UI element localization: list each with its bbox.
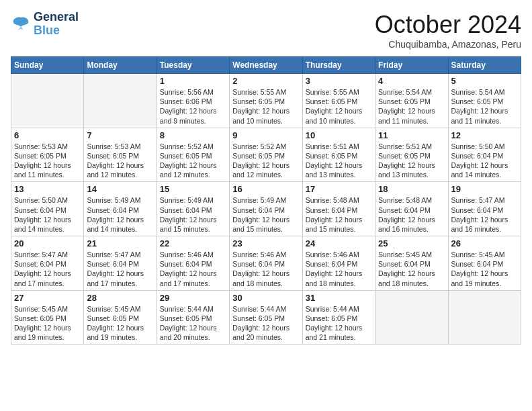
day-number: 27 — [14, 293, 81, 303]
day-cell: 9Sunrise: 5:52 AM Sunset: 6:05 PM Daylig… — [230, 128, 302, 182]
week-row-0: 1Sunrise: 5:56 AM Sunset: 6:06 PM Daylig… — [11, 74, 521, 128]
day-number: 12 — [451, 130, 518, 140]
header-saturday: Saturday — [448, 57, 521, 74]
week-row-4: 27Sunrise: 5:45 AM Sunset: 6:05 PM Dayli… — [11, 290, 521, 345]
day-number: 15 — [160, 184, 226, 194]
day-cell: 5Sunrise: 5:54 AM Sunset: 6:05 PM Daylig… — [448, 74, 521, 128]
day-cell: 20Sunrise: 5:47 AM Sunset: 6:04 PM Dayli… — [11, 236, 84, 291]
day-info: Sunrise: 5:47 AM Sunset: 6:04 PM Dayligh… — [14, 250, 81, 288]
day-info: Sunrise: 5:45 AM Sunset: 6:05 PM Dayligh… — [14, 304, 81, 342]
calendar-header-row: SundayMondayTuesdayWednesdayThursdayFrid… — [11, 57, 521, 74]
day-number: 1 — [160, 76, 226, 86]
day-number: 11 — [378, 130, 445, 140]
day-info: Sunrise: 5:49 AM Sunset: 6:04 PM Dayligh… — [160, 195, 226, 234]
day-info: Sunrise: 5:50 AM Sunset: 6:04 PM Dayligh… — [14, 195, 81, 234]
day-cell — [84, 74, 157, 128]
day-number: 2 — [232, 76, 299, 86]
day-cell: 23Sunrise: 5:46 AM Sunset: 6:04 PM Dayli… — [230, 236, 302, 291]
month-title: October 2024 — [375, 11, 521, 39]
day-cell: 22Sunrise: 5:46 AM Sunset: 6:04 PM Dayli… — [157, 236, 229, 291]
day-number: 18 — [378, 184, 445, 194]
day-cell: 10Sunrise: 5:51 AM Sunset: 6:05 PM Dayli… — [302, 128, 375, 182]
location-subtitle: Chuquibamba, Amazonas, Peru — [375, 39, 521, 50]
day-number: 6 — [14, 130, 81, 140]
day-cell: 30Sunrise: 5:44 AM Sunset: 6:05 PM Dayli… — [230, 290, 302, 345]
day-cell: 17Sunrise: 5:48 AM Sunset: 6:04 PM Dayli… — [302, 182, 375, 236]
day-cell: 25Sunrise: 5:45 AM Sunset: 6:04 PM Dayli… — [375, 236, 448, 291]
day-info: Sunrise: 5:44 AM Sunset: 6:05 PM Dayligh… — [160, 304, 226, 342]
day-cell: 8Sunrise: 5:52 AM Sunset: 6:05 PM Daylig… — [157, 128, 229, 182]
day-info: Sunrise: 5:45 AM Sunset: 6:04 PM Dayligh… — [451, 250, 518, 288]
day-number: 19 — [451, 184, 518, 194]
day-info: Sunrise: 5:49 AM Sunset: 6:04 PM Dayligh… — [87, 195, 153, 234]
day-number: 7 — [87, 130, 153, 140]
day-cell: 2Sunrise: 5:55 AM Sunset: 6:05 PM Daylig… — [230, 74, 302, 128]
header-tuesday: Tuesday — [157, 57, 229, 74]
page-header: General Blue October 2024 Chuquibamba, A… — [11, 11, 521, 50]
week-row-1: 6Sunrise: 5:53 AM Sunset: 6:05 PM Daylig… — [11, 128, 521, 182]
header-thursday: Thursday — [302, 57, 375, 74]
day-info: Sunrise: 5:46 AM Sunset: 6:04 PM Dayligh… — [232, 250, 299, 288]
day-info: Sunrise: 5:48 AM Sunset: 6:04 PM Dayligh… — [306, 195, 372, 234]
day-number: 26 — [451, 238, 518, 248]
logo-icon — [11, 15, 31, 34]
day-info: Sunrise: 5:54 AM Sunset: 6:05 PM Dayligh… — [378, 87, 445, 126]
day-info: Sunrise: 5:49 AM Sunset: 6:04 PM Dayligh… — [232, 195, 299, 234]
day-number: 13 — [14, 184, 81, 194]
week-row-2: 13Sunrise: 5:50 AM Sunset: 6:04 PM Dayli… — [11, 182, 521, 236]
day-cell: 27Sunrise: 5:45 AM Sunset: 6:05 PM Dayli… — [11, 290, 84, 345]
day-info: Sunrise: 5:47 AM Sunset: 6:04 PM Dayligh… — [451, 195, 518, 234]
day-cell: 7Sunrise: 5:53 AM Sunset: 6:05 PM Daylig… — [84, 128, 157, 182]
day-cell: 3Sunrise: 5:55 AM Sunset: 6:05 PM Daylig… — [302, 74, 375, 128]
logo: General Blue — [11, 11, 79, 38]
day-info: Sunrise: 5:53 AM Sunset: 6:05 PM Dayligh… — [87, 142, 153, 180]
day-info: Sunrise: 5:45 AM Sunset: 6:05 PM Dayligh… — [87, 304, 153, 342]
week-row-3: 20Sunrise: 5:47 AM Sunset: 6:04 PM Dayli… — [11, 236, 521, 291]
header-wednesday: Wednesday — [230, 57, 302, 74]
day-cell: 1Sunrise: 5:56 AM Sunset: 6:06 PM Daylig… — [157, 74, 229, 128]
calendar-table: SundayMondayTuesdayWednesdayThursdayFrid… — [11, 56, 521, 345]
day-cell: 19Sunrise: 5:47 AM Sunset: 6:04 PM Dayli… — [448, 182, 521, 236]
day-info: Sunrise: 5:47 AM Sunset: 6:04 PM Dayligh… — [87, 250, 153, 288]
day-number: 23 — [232, 238, 299, 248]
day-number: 28 — [87, 293, 153, 303]
day-number: 16 — [232, 184, 299, 194]
day-cell: 4Sunrise: 5:54 AM Sunset: 6:05 PM Daylig… — [375, 74, 448, 128]
day-info: Sunrise: 5:48 AM Sunset: 6:04 PM Dayligh… — [378, 195, 445, 234]
day-info: Sunrise: 5:46 AM Sunset: 6:04 PM Dayligh… — [306, 250, 372, 288]
day-info: Sunrise: 5:55 AM Sunset: 6:05 PM Dayligh… — [306, 87, 372, 126]
day-cell: 24Sunrise: 5:46 AM Sunset: 6:04 PM Dayli… — [302, 236, 375, 291]
day-number: 24 — [306, 238, 372, 248]
day-cell: 13Sunrise: 5:50 AM Sunset: 6:04 PM Dayli… — [11, 182, 84, 236]
day-info: Sunrise: 5:46 AM Sunset: 6:04 PM Dayligh… — [160, 250, 226, 288]
day-cell — [11, 74, 84, 128]
day-cell: 14Sunrise: 5:49 AM Sunset: 6:04 PM Dayli… — [84, 182, 157, 236]
day-cell: 28Sunrise: 5:45 AM Sunset: 6:05 PM Dayli… — [84, 290, 157, 345]
day-cell: 31Sunrise: 5:44 AM Sunset: 6:05 PM Dayli… — [302, 290, 375, 345]
day-info: Sunrise: 5:52 AM Sunset: 6:05 PM Dayligh… — [160, 142, 226, 180]
header-monday: Monday — [84, 57, 157, 74]
title-block: October 2024 Chuquibamba, Amazonas, Peru — [375, 11, 521, 50]
day-cell: 12Sunrise: 5:50 AM Sunset: 6:04 PM Dayli… — [448, 128, 521, 182]
day-cell — [448, 290, 521, 345]
day-info: Sunrise: 5:52 AM Sunset: 6:05 PM Dayligh… — [232, 142, 299, 180]
day-cell — [375, 290, 448, 345]
day-number: 31 — [306, 293, 372, 303]
day-cell: 26Sunrise: 5:45 AM Sunset: 6:04 PM Dayli… — [448, 236, 521, 291]
day-number: 14 — [87, 184, 153, 194]
day-number: 8 — [160, 130, 226, 140]
day-cell: 18Sunrise: 5:48 AM Sunset: 6:04 PM Dayli… — [375, 182, 448, 236]
day-info: Sunrise: 5:51 AM Sunset: 6:05 PM Dayligh… — [306, 142, 372, 180]
day-number: 21 — [87, 238, 153, 248]
day-cell: 15Sunrise: 5:49 AM Sunset: 6:04 PM Dayli… — [157, 182, 229, 236]
day-number: 30 — [232, 293, 299, 303]
day-number: 29 — [160, 293, 226, 303]
day-cell: 16Sunrise: 5:49 AM Sunset: 6:04 PM Dayli… — [230, 182, 302, 236]
day-info: Sunrise: 5:55 AM Sunset: 6:05 PM Dayligh… — [232, 87, 299, 126]
day-number: 3 — [306, 76, 372, 86]
day-info: Sunrise: 5:53 AM Sunset: 6:05 PM Dayligh… — [14, 142, 81, 180]
day-number: 9 — [232, 130, 299, 140]
day-cell: 21Sunrise: 5:47 AM Sunset: 6:04 PM Dayli… — [84, 236, 157, 291]
day-number: 17 — [306, 184, 372, 194]
day-info: Sunrise: 5:54 AM Sunset: 6:05 PM Dayligh… — [451, 87, 518, 126]
